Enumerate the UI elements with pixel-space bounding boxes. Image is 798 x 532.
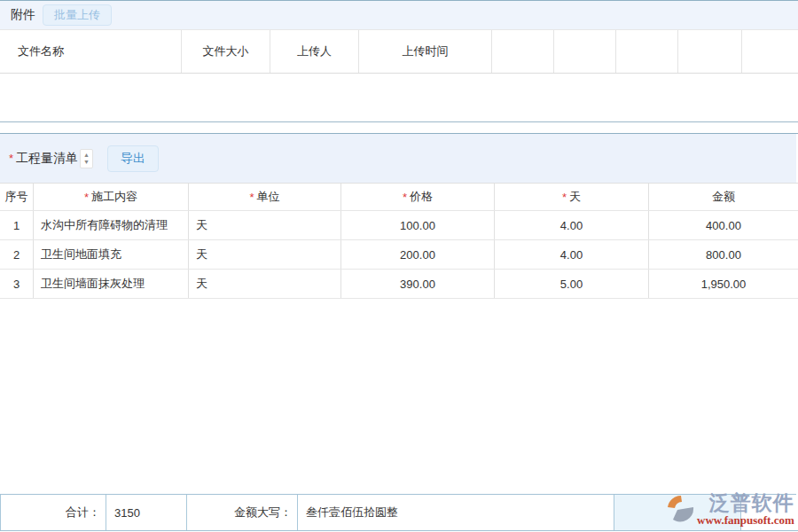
cell-amount: 800.00 [649,240,798,269]
boq-col-seq: 序号 [0,184,34,210]
required-marker: * [249,191,254,204]
required-marker: * [562,191,567,204]
attachments-col-upload-time: 上传时间 [359,30,492,73]
cell-seq: 3 [0,270,34,298]
attachments-col-empty-3 [616,30,678,73]
cell-unit[interactable]: 天 [189,240,341,269]
boq-col-amount-label: 金额 [712,189,735,205]
attachments-col-file-name: 文件名称 [0,30,182,73]
attachments-title: 附件 [11,7,35,23]
cell-price[interactable]: 200.00 [341,240,495,269]
boq-title-wrap: * 工程量清单 ▲ ▼ [9,149,93,168]
attachments-col-uploader: 上传人 [270,30,359,73]
export-button[interactable]: 导出 [107,145,159,172]
sort-down-icon[interactable]: ▼ [83,159,90,166]
cell-days[interactable]: 4.00 [495,240,649,269]
cell-amount: 1,950.00 [649,270,798,298]
sort-spinner[interactable]: ▲ ▼ [80,149,93,168]
required-marker: * [84,191,89,204]
boq-col-days: * 天 [495,184,649,210]
fanpu-logo-icon [665,494,695,524]
attachments-col-file-size: 文件大小 [182,30,270,73]
boq-col-content: * 施工内容 [34,184,189,210]
cell-seq: 2 [0,240,34,269]
required-marker: * [9,152,13,165]
vendor-url: www.fanpusoft.com [697,514,794,526]
total-label: 合计： [0,495,106,530]
attachments-col-empty-5 [742,30,798,73]
cell-price[interactable]: 390.00 [341,270,495,298]
attachments-panel: 附件 批量上传 文件名称 文件大小 上传人 上传时间 [0,0,798,122]
cell-unit[interactable]: 天 [189,270,341,298]
boq-table: 序号 * 施工内容 * 单位 * 价格 * 天 [0,183,798,299]
required-marker: * [403,191,407,204]
boq-col-content-label: 施工内容 [91,189,137,205]
boq-col-days-label: 天 [569,189,581,205]
cell-days[interactable]: 4.00 [495,211,649,239]
boq-panel: * 工程量清单 ▲ ▼ 导出 序号 * 施工内容 * [0,133,798,531]
cell-days[interactable]: 5.00 [495,270,649,298]
cell-unit[interactable]: 天 [189,211,341,239]
table-row[interactable]: 3 卫生间墙面抹灰处理 天 390.00 5.00 1,950.00 [0,270,798,299]
boq-col-unit: * 单位 [189,184,341,210]
attachments-col-empty-1 [492,30,554,73]
amount-words-field[interactable]: 叁仟壹佰伍拾圆整 [297,495,614,530]
boq-section-header: * 工程量清单 ▲ ▼ 导出 [0,134,796,183]
cell-seq: 1 [0,211,34,239]
attachments-toolbar: 附件 批量上传 [0,1,798,29]
attachments-col-empty-4 [678,30,742,73]
boq-col-unit-label: 单位 [257,189,280,205]
boq-header-row: 序号 * 施工内容 * 单位 * 价格 * 天 [0,183,798,211]
table-row[interactable]: 2 卫生间地面填充 天 200.00 4.00 800.00 [0,240,798,270]
attachments-col-empty-2 [554,30,616,73]
boq-col-seq-label: 序号 [5,189,28,205]
vendor-watermark: 泛普软件 www.fanpusoft.com [665,487,796,531]
vendor-brand-name: 泛普软件 [709,492,794,514]
table-row[interactable]: 1 水沟中所有障碍物的清理 天 100.00 4.00 400.00 [0,211,798,240]
boq-col-price-label: 价格 [410,189,433,205]
cell-content[interactable]: 卫生间墙面抹灰处理 [34,270,189,298]
cell-content[interactable]: 水沟中所有障碍物的清理 [34,211,189,239]
boq-section-title: 工程量清单 [16,151,78,167]
boq-col-price: * 价格 [341,184,495,210]
boq-col-amount: 金额 [649,184,798,210]
cell-content[interactable]: 卫生间地面填充 [34,240,189,269]
cell-price[interactable]: 100.00 [341,211,495,239]
sort-up-icon[interactable]: ▲ [83,152,90,159]
vendor-watermark-texts: 泛普软件 www.fanpusoft.com [697,492,794,526]
page: 附件 批量上传 文件名称 文件大小 上传人 上传时间 * 工程量清单 ▲ ▼ [0,0,798,532]
cell-amount: 400.00 [649,211,798,239]
total-value-field[interactable]: 3150 [106,495,186,530]
batch-upload-button[interactable]: 批量上传 [43,4,112,26]
attachments-table-header: 文件名称 文件大小 上传人 上传时间 [0,29,798,74]
amount-words-label: 金额大写： [186,495,297,530]
